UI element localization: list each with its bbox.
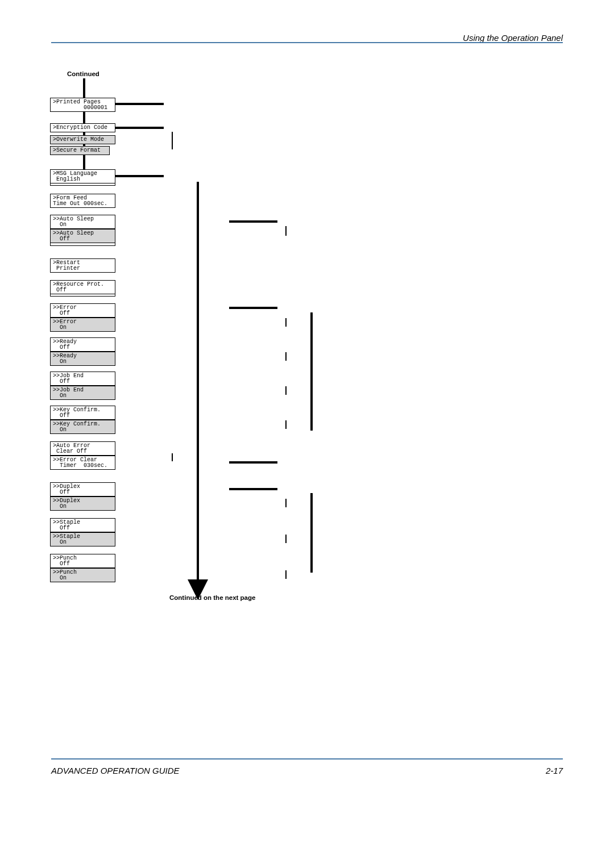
footer-rule: [51, 758, 563, 760]
menu-error-clear-timer: >>Error Clear Timer 030sec.: [50, 456, 115, 470]
menu-ready-off: >>Ready Off: [50, 337, 115, 352]
menu-ready-on: >>Ready On: [50, 352, 115, 366]
page-section-title: Using the Operation Panel: [463, 33, 563, 43]
continued-label-bottom: Continued on the next page: [169, 594, 255, 601]
menu-auto-error-off: >Auto Error Clear Off: [50, 441, 115, 456]
menu-printed-pages: >Printed Pages 0000001: [50, 98, 115, 112]
menu-encryption-code: >Encryption Code: [50, 123, 115, 132]
menu-jobend-on: >>Job End On: [50, 386, 115, 400]
menu-keyconfirm-off: >>Key Confirm. Off: [50, 406, 115, 420]
continued-label-top: Continued: [67, 70, 99, 77]
menu-staple-off: >>Staple Off: [50, 518, 115, 532]
menu-secure-format: >Secure Format: [50, 146, 110, 155]
menu-form-feed: >Form Feed Time Out 000sec.: [50, 194, 115, 208]
footer-page-number: 2-17: [546, 766, 563, 775]
menu-staple-on: >>Staple On: [50, 532, 115, 546]
menu-auto-sleep-off: >>Auto Sleep Off: [50, 229, 115, 243]
menu-tree-diagram: Continued Life Counters > Security > Oth…: [50, 68, 357, 608]
menu-resource-prot: >Resource Prot. Off: [50, 280, 115, 294]
menu-auto-sleep-on: >>Auto Sleep On: [50, 215, 115, 229]
menu-restart-printer: >Restart Printer: [50, 258, 115, 273]
menu-punch-off: >>Punch Off: [50, 554, 115, 568]
header-rule: [51, 42, 563, 43]
menu-duplex-off: >>Duplex Off: [50, 482, 115, 496]
menu-keyconfirm-on: >>Key Confirm. On: [50, 420, 115, 434]
menu-error-off: >>Error Off: [50, 303, 115, 318]
menu-error-on: >>Error On: [50, 318, 115, 332]
menu-jobend-off: >>Job End Off: [50, 372, 115, 386]
menu-duplex-on: >>Duplex On: [50, 496, 115, 511]
menu-overwrite-mode: >Overwrite Mode: [50, 135, 115, 144]
footer-guide-title: ADVANCED OPERATION GUIDE: [51, 766, 180, 775]
menu-punch-on: >>Punch On: [50, 568, 115, 582]
menu-msg-language: >MSG Language English: [50, 169, 115, 183]
